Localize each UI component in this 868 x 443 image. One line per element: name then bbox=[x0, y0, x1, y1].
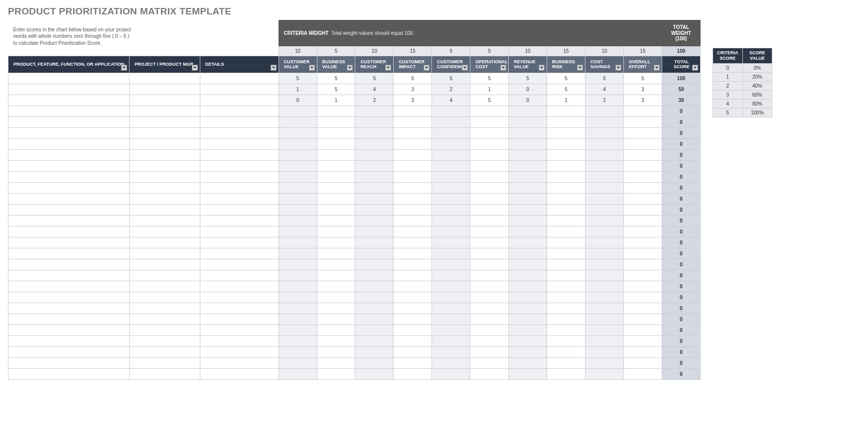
col-header-criteria[interactable]: REVENUE VALUE bbox=[509, 56, 547, 73]
manager-cell[interactable] bbox=[129, 73, 200, 84]
score-cell[interactable] bbox=[432, 161, 470, 172]
details-cell[interactable] bbox=[200, 303, 279, 314]
score-cell[interactable] bbox=[585, 117, 623, 128]
score-cell[interactable] bbox=[470, 139, 509, 150]
score-cell[interactable] bbox=[470, 161, 509, 172]
score-cell[interactable] bbox=[279, 336, 317, 347]
score-cell[interactable] bbox=[355, 369, 394, 380]
col-header-manager[interactable]: PROJECT / PRODUCT MGR bbox=[129, 56, 200, 73]
product-cell[interactable] bbox=[8, 292, 130, 303]
score-cell[interactable] bbox=[355, 347, 394, 358]
filter-dropdown-icon[interactable] bbox=[654, 65, 660, 71]
product-cell[interactable] bbox=[8, 84, 130, 95]
score-cell[interactable] bbox=[432, 259, 470, 270]
details-cell[interactable] bbox=[200, 194, 279, 205]
details-cell[interactable] bbox=[200, 347, 279, 358]
score-cell[interactable] bbox=[355, 139, 394, 150]
score-cell[interactable] bbox=[623, 150, 662, 161]
score-cell[interactable] bbox=[432, 325, 470, 336]
details-cell[interactable] bbox=[200, 369, 279, 380]
score-cell[interactable] bbox=[394, 369, 432, 380]
score-cell[interactable] bbox=[623, 139, 662, 150]
score-cell[interactable] bbox=[623, 205, 662, 216]
score-cell[interactable] bbox=[355, 303, 394, 314]
details-cell[interactable] bbox=[200, 259, 279, 270]
score-cell[interactable] bbox=[355, 161, 394, 172]
product-cell[interactable] bbox=[8, 216, 130, 226]
score-cell[interactable] bbox=[317, 150, 355, 161]
score-cell[interactable]: 5 bbox=[470, 95, 509, 106]
score-cell[interactable] bbox=[509, 205, 547, 216]
score-cell[interactable] bbox=[585, 281, 623, 292]
score-cell[interactable] bbox=[394, 216, 432, 226]
score-cell[interactable] bbox=[623, 183, 662, 194]
score-cell[interactable] bbox=[585, 216, 623, 226]
score-cell[interactable] bbox=[509, 369, 547, 380]
score-cell[interactable]: 0 bbox=[509, 95, 547, 106]
score-cell[interactable] bbox=[394, 205, 432, 216]
score-cell[interactable] bbox=[547, 248, 585, 259]
score-cell[interactable]: 1 bbox=[317, 95, 355, 106]
score-cell[interactable] bbox=[432, 248, 470, 259]
score-cell[interactable] bbox=[470, 270, 509, 281]
col-header-criteria[interactable]: COST SAVINGS bbox=[585, 56, 623, 73]
col-header-criteria[interactable]: CUSTOMER VALUE bbox=[279, 56, 317, 73]
score-cell[interactable] bbox=[279, 259, 317, 270]
details-cell[interactable] bbox=[200, 281, 279, 292]
score-cell[interactable] bbox=[394, 325, 432, 336]
score-cell[interactable] bbox=[394, 161, 432, 172]
score-cell[interactable] bbox=[623, 237, 662, 248]
product-cell[interactable] bbox=[8, 73, 130, 84]
score-cell[interactable] bbox=[547, 117, 585, 128]
manager-cell[interactable] bbox=[129, 117, 200, 128]
product-cell[interactable] bbox=[8, 248, 130, 259]
score-cell[interactable] bbox=[394, 183, 432, 194]
score-cell[interactable]: 5 bbox=[317, 73, 355, 84]
score-cell[interactable] bbox=[547, 128, 585, 139]
col-header-criteria[interactable]: BUSINESS RISK bbox=[547, 56, 585, 73]
score-cell[interactable] bbox=[509, 248, 547, 259]
score-cell[interactable] bbox=[279, 292, 317, 303]
manager-cell[interactable] bbox=[129, 216, 200, 226]
score-cell[interactable] bbox=[432, 358, 470, 369]
score-cell[interactable]: 5 bbox=[432, 73, 470, 84]
score-cell[interactable] bbox=[394, 194, 432, 205]
score-cell[interactable] bbox=[279, 216, 317, 226]
score-cell[interactable] bbox=[585, 292, 623, 303]
score-cell[interactable] bbox=[394, 292, 432, 303]
score-cell[interactable] bbox=[623, 347, 662, 358]
manager-cell[interactable] bbox=[129, 172, 200, 183]
score-cell[interactable] bbox=[509, 216, 547, 226]
product-cell[interactable] bbox=[8, 259, 130, 270]
product-cell[interactable] bbox=[8, 106, 130, 117]
filter-dropdown-icon[interactable] bbox=[615, 65, 621, 71]
score-cell[interactable] bbox=[547, 183, 585, 194]
score-cell[interactable] bbox=[355, 281, 394, 292]
score-cell[interactable] bbox=[509, 150, 547, 161]
manager-cell[interactable] bbox=[129, 183, 200, 194]
weight-cell[interactable]: 15 bbox=[547, 46, 585, 56]
details-cell[interactable] bbox=[200, 325, 279, 336]
score-cell[interactable] bbox=[355, 358, 394, 369]
score-cell[interactable]: 5 bbox=[317, 84, 355, 95]
manager-cell[interactable] bbox=[129, 292, 200, 303]
score-cell[interactable] bbox=[470, 106, 509, 117]
score-cell[interactable] bbox=[317, 325, 355, 336]
score-cell[interactable] bbox=[585, 270, 623, 281]
score-cell[interactable]: 2 bbox=[585, 95, 623, 106]
score-cell[interactable] bbox=[623, 314, 662, 325]
details-cell[interactable] bbox=[200, 128, 279, 139]
weight-cell[interactable]: 10 bbox=[279, 46, 317, 56]
weight-cell[interactable]: 15 bbox=[394, 46, 432, 56]
score-cell[interactable] bbox=[470, 281, 509, 292]
score-cell[interactable] bbox=[623, 106, 662, 117]
score-cell[interactable]: 4 bbox=[432, 95, 470, 106]
score-cell[interactable] bbox=[394, 281, 432, 292]
details-cell[interactable] bbox=[200, 216, 279, 226]
score-cell[interactable] bbox=[585, 139, 623, 150]
score-cell[interactable] bbox=[470, 336, 509, 347]
filter-dropdown-icon[interactable] bbox=[347, 65, 353, 71]
score-cell[interactable] bbox=[355, 205, 394, 216]
score-cell[interactable] bbox=[279, 314, 317, 325]
score-cell[interactable]: 2 bbox=[355, 95, 394, 106]
